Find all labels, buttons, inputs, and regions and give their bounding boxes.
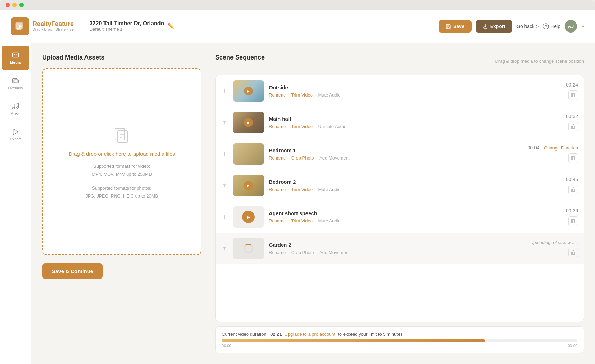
scene-meta-garden2: Uploading, please wait.. 🗑 (530, 240, 578, 257)
add-movement-garden2[interactable]: Add Movement (319, 250, 349, 255)
svg-marker-18 (13, 129, 18, 135)
upload-formats-video: Supported formats for video: MP4, MOV, M… (92, 162, 152, 179)
delete-outside[interactable]: 🗑 (568, 90, 578, 100)
avatar-button[interactable]: AJ (565, 20, 577, 33)
sidebar-item-music[interactable]: Music (2, 97, 29, 121)
crop-photo-bedroom1[interactable]: Crop Photo (291, 155, 314, 161)
duration-bedroom2: 00:45 (566, 176, 578, 182)
scene-thumb-bedroom2: ▶ (233, 175, 264, 196)
overlays-icon (12, 77, 19, 84)
scene-thumb-mainhall: ▶ (233, 112, 264, 133)
delete-mainhall[interactable]: 🗑 (568, 122, 578, 131)
scene-thumb-bedroom1 (233, 143, 264, 165)
scene-info-outside: Outside Rename · Trim Video · Mute Audio (269, 84, 561, 98)
drag-handle-bedroom2[interactable]: ⬆ (221, 181, 228, 190)
edit-address-icon[interactable]: ✏️ (167, 23, 174, 29)
rename-agent[interactable]: Rename (269, 218, 286, 224)
logo-area: RealtyFeature Drag · Drop · Share · Sell (11, 17, 76, 35)
crop-photo-garden2[interactable]: Crop Photo (291, 250, 314, 255)
sidebar-item-export[interactable]: Export (2, 122, 29, 147)
scene-list: ⬆ ▶ Outside Rename · Trim Video · Mute (215, 75, 584, 322)
go-back-button[interactable]: Go back > (516, 24, 539, 29)
progress-fill (222, 339, 485, 342)
save-button[interactable]: Save (439, 20, 472, 33)
sidebar-item-overlays[interactable]: Overlays (2, 71, 29, 95)
upload-formats-photo: Supported formats for photos: JPG, JPEG,… (85, 184, 158, 200)
delete-bedroom1[interactable]: 🗑 (568, 153, 578, 163)
play-overlay-outside[interactable]: ▶ (244, 87, 253, 95)
scene-meta-bedroom2: 00:45 🗑 (566, 176, 578, 194)
upgrade-link[interactable]: Upgrade to a pro account (285, 331, 336, 337)
scene-item-agent: ⬆ ▶ Agent short speech Rename · Trim V (216, 201, 584, 233)
app-container: RealtyFeature Drag · Drop · Share · Sell… (0, 10, 595, 364)
logo-icon (11, 17, 29, 35)
svg-rect-20 (118, 131, 127, 143)
play-overlay-bedroom2[interactable]: ▶ (244, 181, 253, 190)
duration-value: 02:21 (270, 331, 282, 337)
rename-bedroom2[interactable]: Rename (269, 187, 286, 192)
rename-bedroom1[interactable]: Rename (269, 155, 286, 161)
save-continue-button[interactable]: Save & Continue (42, 263, 103, 279)
upload-file-icon (111, 123, 132, 145)
scene-info-agent: Agent short speech Rename · Trim Video ·… (269, 210, 561, 224)
duration-outside: 00:24 (566, 82, 578, 88)
window-chrome (0, 0, 595, 10)
uploading-text-garden2: Uploading, please wait.. (530, 240, 578, 245)
svg-point-17 (16, 107, 18, 109)
progress-track (222, 339, 577, 342)
header-actions: Save Export Go back > Help AJ (439, 20, 584, 33)
trim-video-mainhall[interactable]: Trim Video (291, 124, 313, 129)
play-overlay-mainhall[interactable]: ▶ (244, 118, 253, 127)
progress-end: 03:00 (568, 344, 577, 348)
drag-handle-agent[interactable]: ⬆ (221, 213, 228, 221)
progress-labels: 00:00 03:00 (222, 344, 577, 348)
scene-item-mainhall: ⬆ ▶ Main hall Rename · Trim Video · Un (216, 107, 584, 138)
drag-handle-bedroom1[interactable]: ⬆ (221, 150, 228, 158)
sidebar-item-media[interactable]: Media (2, 46, 29, 70)
help-button[interactable]: Help (543, 23, 560, 29)
scene-actions-mainhall: Rename · Trim Video · Unmute Audio (269, 124, 561, 129)
scene-section-title: Scene Sequence (215, 54, 265, 61)
upload-section: Upload Media Assets Drag & drop or click… (42, 54, 201, 353)
window-dot-maximize[interactable] (19, 3, 24, 7)
drag-handle-outside[interactable]: ⬆ (221, 87, 228, 95)
main-layout: Media Overlays Music (0, 43, 595, 364)
svg-rect-11 (16, 54, 17, 55)
mute-audio-agent[interactable]: Mute Audio (318, 218, 341, 224)
uploading-spinner-garden2 (244, 244, 253, 253)
sidebar: Media Overlays Music (0, 43, 31, 364)
progress-start: 00:00 (222, 344, 231, 348)
svg-rect-5 (447, 27, 449, 28)
trim-video-outside[interactable]: Trim Video (291, 92, 313, 98)
scene-name-garden2: Garden 2 (269, 242, 525, 248)
mute-audio-outside[interactable]: Mute Audio (318, 92, 341, 98)
svg-rect-13 (16, 56, 17, 56)
rename-outside[interactable]: Rename (269, 92, 286, 98)
svg-rect-14 (12, 79, 17, 83)
svg-rect-3 (17, 28, 19, 30)
rename-garden2[interactable]: Rename (269, 250, 286, 255)
scene-name-mainhall: Main hall (269, 116, 561, 122)
trim-video-agent[interactable]: Trim Video (291, 218, 313, 224)
delete-bedroom2[interactable]: 🗑 (568, 185, 578, 194)
drag-handle-garden2[interactable]: ⬆ (221, 244, 228, 253)
header-address: 3220 Tall Timber Dr, Orlando Default The… (90, 20, 164, 32)
rename-mainhall[interactable]: Rename (269, 124, 286, 129)
delete-garden2[interactable]: 🗑 (568, 248, 578, 257)
window-dot-close[interactable] (6, 3, 10, 7)
help-icon (543, 23, 549, 29)
drag-handle-mainhall[interactable]: ⬆ (221, 118, 228, 127)
scene-actions-agent: Rename · Trim Video · Mute Audio (269, 218, 561, 224)
unmute-audio-mainhall[interactable]: Unmute Audio (318, 124, 347, 129)
add-movement-bedroom1[interactable]: Add Movement (319, 155, 349, 161)
scene-actions-bedroom1: Rename · Crop Photo · Add Movement (269, 155, 522, 161)
delete-agent[interactable]: 🗑 (568, 216, 578, 226)
scene-meta-mainhall: 00:32 🗑 (566, 113, 578, 131)
change-duration-bedroom1[interactable]: · Change Duration (541, 145, 578, 151)
mute-audio-bedroom2[interactable]: Mute Audio (318, 187, 341, 192)
export-button[interactable]: Export (476, 20, 512, 33)
upload-cta-text: Drag & drop or click here to upload medi… (68, 151, 175, 157)
upload-dropzone[interactable]: Drag & drop or click here to upload medi… (42, 68, 201, 255)
window-dot-minimize[interactable] (12, 3, 17, 7)
trim-video-bedroom2[interactable]: Trim Video (291, 187, 313, 192)
